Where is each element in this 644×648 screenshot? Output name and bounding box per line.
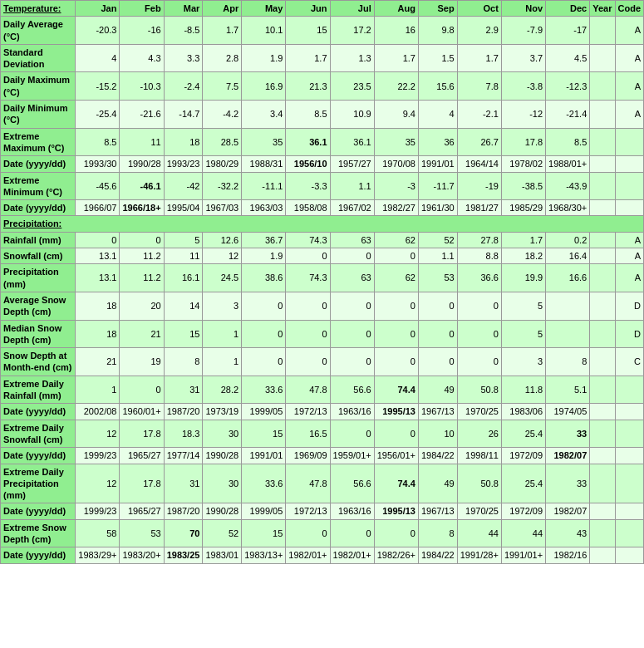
cell: 0 [76,232,120,248]
cell: 1967/13 [418,404,457,420]
cell: 56.6 [330,464,374,503]
cell: 15 [242,420,286,448]
cell: 74.3 [286,264,330,292]
cell: 2002/08 [76,404,120,420]
row-label: Standard Deviation [1,44,76,72]
cell: 1972/09 [501,448,545,464]
cell: 1983/01 [203,547,242,563]
cell: 16.6 [546,264,590,292]
cell: 0 [120,232,164,248]
cell: 21.3 [286,72,330,101]
cell: 1974/05 [546,404,590,420]
cell: 15 [286,17,330,45]
cell: 28.5 [203,128,242,156]
cell: 15.6 [418,72,457,101]
table-row: Date (yyyy/dd)1983/29+1983/20+1983/25198… [1,547,644,563]
cell: 0 [374,248,418,264]
cell: -10.3 [120,72,164,101]
cell: 9.4 [374,101,418,129]
cell: 26.7 [457,128,501,156]
col-header-apr: Apr [203,1,242,17]
cell [590,72,615,101]
cell: 53 [120,519,164,547]
cell: 1982/01+ [330,547,374,563]
cell: 31 [164,464,203,503]
cell [590,376,615,404]
cell: 50.8 [457,464,501,503]
cell: 70 [164,519,203,547]
cell: 8 [418,519,457,547]
cell: 3.4 [242,101,286,129]
row-label: Average Snow Depth (cm) [1,292,76,320]
cell: 35 [242,128,286,156]
cell: 1988/01+ [546,156,590,172]
cell: 63 [330,264,374,292]
row-label: Extreme Minimum (°C) [1,172,76,200]
cell: 0 [120,376,164,404]
cell: 47.8 [286,376,330,404]
row-label: Rainfall (mm) [1,232,76,248]
cell: 16 [374,17,418,45]
cell: 0 [242,320,286,348]
cell: -43.9 [546,172,590,200]
row-label: Date (yyyy/dd) [1,200,76,216]
cell: 62 [374,264,418,292]
cell [590,547,615,563]
cell: 3 [203,292,242,320]
cell: 9.8 [418,17,457,45]
cell: 0 [286,519,330,547]
cell [590,156,615,172]
cell: -11.7 [418,172,457,200]
cell [590,172,615,200]
row-label: Snowfall (cm) [1,248,76,264]
cell: 0 [330,420,374,448]
cell [615,376,644,404]
cell: 36.7 [242,232,286,248]
cell: 11.2 [120,264,164,292]
cell: 0 [242,348,286,376]
cell: 74.4 [374,464,418,503]
col-header-oct: Oct [457,1,501,17]
row-label: Extreme Maximum (°C) [1,128,76,156]
cell: 36.1 [286,128,330,156]
cell: 4.3 [120,44,164,72]
cell: -11.1 [242,172,286,200]
cell: 3.3 [164,44,203,72]
cell: 1.7 [203,17,242,45]
cell: 1964/14 [457,156,501,172]
cell: 1965/27 [120,448,164,464]
cell: 1963/16 [330,503,374,519]
cell: 2.9 [457,17,501,45]
cell: 2.8 [203,44,242,72]
cell: 18.2 [501,248,545,264]
row-label: Date (yyyy/dd) [1,404,76,420]
cell: 1982/07 [546,448,590,464]
cell [615,128,644,156]
row-label: Snow Depth at Month-end (cm) [1,348,76,376]
cell: 1983/29+ [76,547,120,563]
cell: 0 [286,348,330,376]
cell: -8.5 [164,17,203,45]
cell: 1.9 [242,44,286,72]
table-row: Date (yyyy/dd)1999/231965/271977/141990/… [1,448,644,464]
col-header-may: May [242,1,286,17]
cell: -19 [457,172,501,200]
cell: 14 [164,292,203,320]
cell: 1.3 [330,44,374,72]
cell: 44 [457,519,501,547]
cell: 3.7 [501,44,545,72]
col-header-jan: Jan [76,1,120,17]
cell: 0 [286,320,330,348]
row-label: Date (yyyy/dd) [1,156,76,172]
cell: -14.7 [164,101,203,129]
row-label: Date (yyyy/dd) [1,503,76,519]
cell: A [615,232,644,248]
cell [546,320,590,348]
col-header-mar: Mar [164,1,203,17]
row-label: Date (yyyy/dd) [1,547,76,563]
cell: 0 [330,248,374,264]
cell: 1970/25 [457,404,501,420]
cell: 12 [76,464,120,503]
cell: 0 [457,320,501,348]
col-header-year: Year [590,1,615,17]
